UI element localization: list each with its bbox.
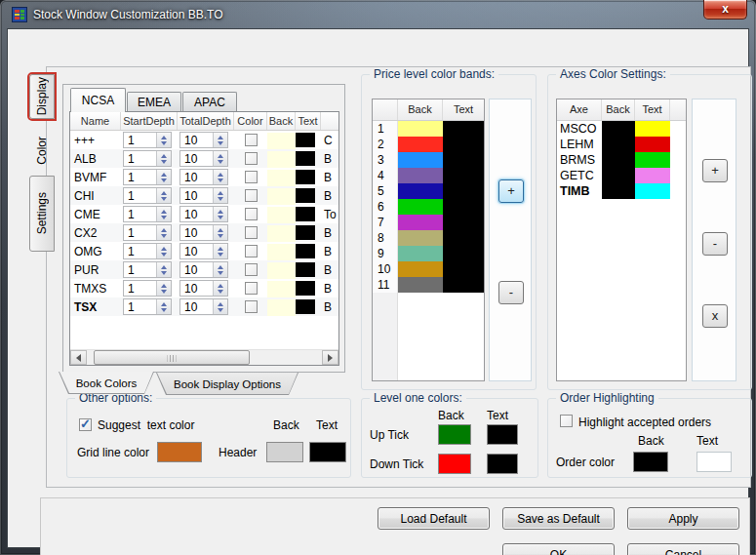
total-depth-spinner[interactable]: 10 [179,187,228,204]
start-depth-input[interactable]: 1 [124,188,156,203]
close-button[interactable]: x [703,0,747,20]
column-header-color[interactable]: Color [234,112,267,130]
start-depth-input[interactable]: 1 [124,225,156,240]
color-checkbox[interactable] [245,245,258,258]
start-depth-input[interactable]: 1 [124,244,156,258]
up-tick-text-swatch[interactable] [487,424,518,445]
band-back-swatch[interactable] [398,168,443,183]
color-checkbox[interactable] [245,171,258,183]
total-depth-input[interactable]: 10 [180,244,213,258]
cancel-button[interactable]: Cancel [627,543,739,555]
band-text-swatch[interactable] [443,277,484,293]
color-checkbox[interactable] [245,152,258,165]
band-text-swatch[interactable] [443,168,484,183]
color-checkbox[interactable] [245,300,258,313]
start-depth-spin-buttons[interactable] [156,262,171,277]
side-tab-color[interactable]: Color [31,131,53,170]
band-back-swatch[interactable] [398,121,443,137]
suggest-text-color-checkbox[interactable] [79,418,92,431]
start-depth-input[interactable]: 1 [124,170,156,184]
total-depth-spin-buttons[interactable] [213,170,227,184]
band-text-swatch[interactable] [443,199,484,215]
axe-text-swatch[interactable] [635,137,670,152]
axe-text-swatch[interactable] [635,152,670,168]
region-tab-emea[interactable]: EMEA [127,92,181,112]
total-depth-input[interactable]: 10 [180,188,213,203]
total-depth-input[interactable]: 10 [180,299,213,314]
apply-button[interactable]: Apply [627,507,739,530]
total-depth-input[interactable]: 10 [180,207,213,221]
text-color-swatch[interactable] [296,133,315,147]
band-text-swatch[interactable] [443,230,484,246]
band-back-swatch[interactable] [398,246,443,261]
start-depth-spin-buttons[interactable] [156,170,171,184]
total-depth-spinner[interactable]: 10 [179,206,228,222]
band-text-swatch[interactable] [443,137,484,152]
text-color-swatch[interactable] [296,262,315,277]
axe-text-swatch[interactable] [635,183,670,199]
total-depth-spin-buttons[interactable] [213,299,227,314]
start-depth-spin-buttons[interactable] [156,244,171,258]
start-depth-input[interactable]: 1 [124,281,156,296]
total-depth-input[interactable]: 10 [180,262,213,277]
total-depth-input[interactable]: 10 [180,225,213,240]
title-bar[interactable]: Stock Window Customization BB.TO x [0,0,756,29]
remove-band-button[interactable]: - [498,281,524,304]
tab-book-display-options[interactable]: Book Display Options [156,373,298,395]
start-depth-spin-buttons[interactable] [156,207,171,221]
color-checkbox[interactable] [245,263,258,276]
highlight-accepted-orders-checkbox[interactable] [560,415,573,427]
total-depth-spinner[interactable]: 10 [179,224,228,241]
scroll-left-button[interactable] [70,350,87,365]
color-checkbox[interactable] [245,134,258,146]
color-checkbox[interactable] [245,282,258,295]
total-depth-input[interactable]: 10 [180,133,213,147]
column-header-name[interactable]: Name [70,112,121,130]
total-depth-spin-buttons[interactable] [213,244,227,258]
back-color-swatch[interactable] [267,262,296,279]
start-depth-input[interactable]: 1 [124,133,156,147]
total-depth-spinner[interactable]: 10 [179,298,228,315]
color-checkbox[interactable] [245,226,258,239]
region-tab-apac[interactable]: APAC [182,92,237,112]
column-header-totaldepth[interactable]: TotalDepth [178,112,234,130]
total-depth-spin-buttons[interactable] [213,262,227,277]
start-depth-spin-buttons[interactable] [156,299,171,314]
down-tick-text-swatch[interactable] [487,454,518,474]
load-default-button[interactable]: Load Default [378,507,490,530]
band-back-swatch[interactable] [398,199,443,215]
start-depth-input[interactable]: 1 [124,299,156,314]
back-color-swatch[interactable] [267,299,296,316]
delete-axe-button[interactable]: x [702,304,728,328]
start-depth-input[interactable]: 1 [124,151,156,166]
column-header-startdepth[interactable]: StartDepth [121,112,178,130]
save-as-default-button[interactable]: Save as Default [502,507,615,530]
start-depth-spin-buttons[interactable] [156,133,171,147]
text-color-swatch[interactable] [296,225,315,240]
ok-button[interactable]: OK [502,543,615,555]
scrollbar-thumb[interactable] [94,350,250,365]
start-depth-input[interactable]: 1 [124,262,156,277]
region-tab-ncsa[interactable]: NCSA [70,88,126,112]
band-text-swatch[interactable] [443,215,484,230]
scroll-right-button[interactable] [322,350,338,365]
total-depth-spin-buttons[interactable] [213,225,227,240]
text-color-swatch[interactable] [296,207,315,221]
start-depth-spin-buttons[interactable] [156,151,171,166]
order-text-swatch[interactable] [696,452,732,472]
band-text-swatch[interactable] [443,261,484,277]
band-text-swatch[interactable] [443,121,484,137]
axe-text-swatch[interactable] [635,121,670,137]
start-depth-spinner[interactable]: 1 [123,150,172,167]
column-header-back[interactable]: Back [267,112,296,130]
start-depth-spinner[interactable]: 1 [123,280,172,297]
back-color-swatch[interactable] [267,244,296,260]
axe-back-swatch[interactable] [602,121,635,137]
down-tick-back-swatch[interactable] [438,454,471,474]
total-depth-spinner[interactable]: 10 [179,169,228,185]
side-tab-display[interactable]: Display [29,74,55,119]
side-tab-settings[interactable]: Settings [29,176,55,252]
back-color-swatch[interactable] [267,151,296,168]
band-back-swatch[interactable] [398,277,443,293]
back-color-swatch[interactable] [267,225,296,242]
